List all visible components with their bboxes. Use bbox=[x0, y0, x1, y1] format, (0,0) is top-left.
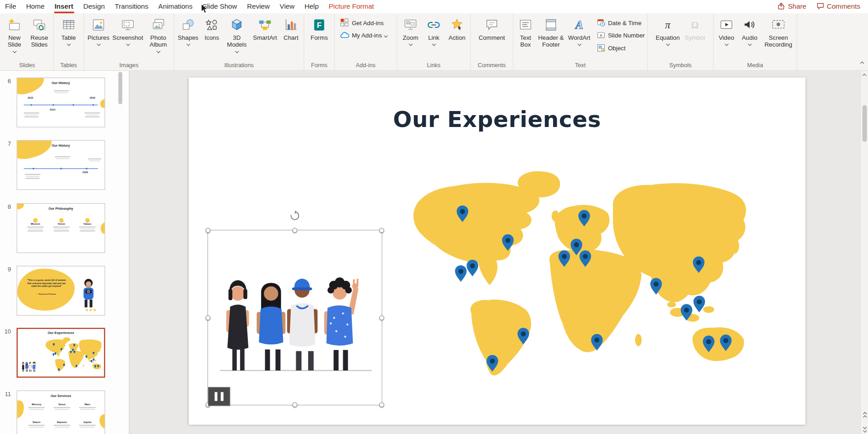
selection-handle-nw[interactable] bbox=[205, 228, 210, 233]
slide-thumbnail-7[interactable]: Our History 2020 bbox=[16, 140, 105, 190]
scroll-up-button[interactable] bbox=[861, 71, 868, 79]
forms-button[interactable]: F Forms bbox=[305, 15, 333, 41]
ribbon-group-tables: Table Tables bbox=[54, 14, 84, 70]
share-label: Share bbox=[788, 3, 806, 11]
selection-handle-w[interactable] bbox=[205, 315, 210, 320]
symbol-icon: Ω bbox=[688, 16, 702, 33]
selection-handle-e[interactable] bbox=[379, 315, 384, 320]
pictures-button[interactable]: Pictures bbox=[85, 15, 112, 46]
slide-thumbnail-6[interactable]: Our History 2015 2014 2016 bbox=[16, 78, 105, 127]
slide-thumbnail-panel: 6 Our History 2015 2014 2016 7 bbox=[0, 71, 129, 434]
chart-button[interactable]: Chart bbox=[279, 15, 303, 41]
zoom-button[interactable]: Zoom bbox=[398, 15, 423, 46]
timeline-year: 2015 bbox=[28, 96, 33, 99]
new-slide-icon bbox=[7, 16, 22, 33]
audio-button[interactable]: Audio bbox=[738, 15, 761, 46]
slide-title-textbox[interactable]: Our Experiences bbox=[188, 106, 805, 132]
new-slide-button[interactable]: New Slide bbox=[2, 15, 26, 53]
next-slide-button[interactable] bbox=[863, 424, 866, 433]
shapes-button[interactable]: Shapes bbox=[175, 15, 201, 46]
screen-recording-button[interactable]: Screen Recording bbox=[761, 15, 795, 48]
3d-models-button[interactable]: 3D Models bbox=[223, 15, 251, 53]
photo-album-button[interactable]: Photo Album bbox=[144, 15, 173, 53]
get-addins-button[interactable]: Get Add-ins bbox=[337, 17, 394, 28]
previous-slide-button[interactable] bbox=[863, 411, 866, 419]
slide-number-button[interactable]: # Slide Number bbox=[594, 30, 645, 41]
table-button[interactable]: Table bbox=[55, 15, 83, 46]
world-map-image[interactable] bbox=[407, 167, 753, 378]
slide-thumbnail-9[interactable]: "This is a quote, words full of wisdom t… bbox=[16, 266, 105, 316]
date-time-icon bbox=[597, 18, 605, 27]
service-column: Jupiter bbox=[77, 421, 98, 428]
decorative-dots bbox=[86, 309, 96, 311]
share-button[interactable]: Share bbox=[777, 2, 806, 11]
tab-file[interactable]: File bbox=[0, 0, 21, 13]
selection-handle-ne[interactable] bbox=[379, 228, 384, 233]
vision-icon bbox=[59, 218, 64, 223]
object-button[interactable]: Object bbox=[594, 42, 645, 53]
header-footer-button[interactable]: Header & Footer bbox=[537, 15, 565, 48]
selection-handle-s[interactable] bbox=[293, 402, 298, 408]
link-label: Link bbox=[428, 34, 439, 41]
svg-text:π: π bbox=[665, 19, 671, 31]
action-button[interactable]: Action bbox=[445, 15, 469, 41]
screenshot-button[interactable]: Screenshot bbox=[112, 15, 144, 46]
text-box-icon bbox=[518, 16, 533, 33]
scrollbar-thumb[interactable] bbox=[863, 105, 867, 142]
tab-transitions[interactable]: Transitions bbox=[110, 0, 153, 13]
symbol-button[interactable]: Ω Symbol bbox=[682, 15, 708, 41]
chevron-up-icon bbox=[860, 62, 864, 66]
tab-design[interactable]: Design bbox=[78, 0, 110, 13]
chart-icon bbox=[284, 16, 298, 33]
text-box-label: Text Box bbox=[514, 34, 536, 48]
selection-handle-se[interactable] bbox=[379, 402, 384, 408]
tab-animations[interactable]: Animations bbox=[153, 0, 198, 13]
service-column: Saturn bbox=[26, 421, 47, 428]
slide-canvas[interactable]: Our Experiences bbox=[188, 78, 805, 425]
shapes-label: Shapes bbox=[178, 34, 199, 41]
my-addins-button[interactable]: My Add-ins bbox=[337, 30, 394, 41]
reuse-slides-button[interactable]: Reuse Slides bbox=[26, 15, 52, 48]
smartart-button[interactable]: SmartArt bbox=[251, 15, 279, 41]
ribbon-group-text: Text Box Header & Footer A WordArt Date … bbox=[513, 14, 648, 70]
tab-help[interactable]: Help bbox=[299, 0, 324, 13]
timeline-dot bbox=[52, 104, 54, 106]
video-icon bbox=[719, 16, 734, 33]
tab-review[interactable]: Review bbox=[242, 0, 275, 13]
video-label: Video bbox=[719, 34, 734, 41]
get-addins-icon bbox=[340, 17, 349, 28]
slide-number-label: Slide Number bbox=[608, 32, 645, 39]
comment-button[interactable]: Comment bbox=[476, 15, 507, 41]
equation-button[interactable]: π Equation bbox=[654, 15, 682, 46]
slide-thumbnail-10-selected[interactable]: Our Experiences bbox=[16, 328, 105, 378]
panel-scrollbar-thumb[interactable] bbox=[118, 72, 122, 104]
column-label: Mercury bbox=[26, 403, 47, 406]
tab-insert[interactable]: Insert bbox=[49, 0, 78, 13]
slide-thumbnail-11[interactable]: Our Services Mercury Venus Mars Saturn N… bbox=[16, 391, 105, 434]
rotate-handle[interactable] bbox=[290, 211, 300, 223]
screenshot-icon bbox=[120, 16, 135, 33]
timeline-dot bbox=[31, 104, 32, 106]
collapse-ribbon-button[interactable] bbox=[861, 57, 863, 67]
comments-button[interactable]: Comments bbox=[816, 2, 860, 11]
link-icon bbox=[427, 16, 441, 33]
thumb-title: Our Services bbox=[17, 394, 105, 397]
slide-thumbnail-8[interactable]: Our Philosophy Mission Vision Values bbox=[16, 203, 105, 253]
group-label-symbols: Symbols bbox=[654, 60, 708, 70]
tab-view[interactable]: View bbox=[275, 0, 299, 13]
tab-picture-format[interactable]: Picture Format bbox=[324, 0, 379, 13]
gif-pause-button[interactable] bbox=[208, 387, 230, 406]
video-button[interactable]: Video bbox=[715, 15, 738, 46]
ribbon-group-images: Pictures Screenshot Photo Album Images bbox=[84, 14, 174, 70]
icons-button[interactable]: Icons bbox=[201, 15, 223, 41]
selection-handle-n[interactable] bbox=[293, 228, 298, 233]
date-time-button[interactable]: Date & Time bbox=[594, 17, 645, 28]
text-box-button[interactable]: Text Box bbox=[514, 15, 536, 48]
link-button[interactable]: Link bbox=[423, 15, 444, 46]
ribbon: New Slide Reuse Slides Slides Table Tabl… bbox=[0, 13, 868, 71]
tab-home[interactable]: Home bbox=[21, 0, 49, 13]
table-label: Table bbox=[61, 34, 76, 41]
wordart-button[interactable]: A WordArt bbox=[565, 15, 593, 46]
selected-picture[interactable] bbox=[208, 230, 382, 405]
timeline-year: 2020 bbox=[83, 171, 88, 174]
